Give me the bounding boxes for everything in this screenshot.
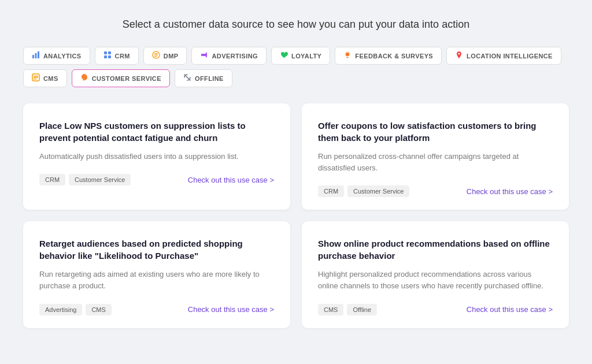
offline-icon bbox=[183, 73, 191, 83]
svg-line-18 bbox=[184, 75, 190, 80]
card-footer: CRMCustomer Service Check out this use c… bbox=[318, 185, 553, 197]
filter-btn-crm[interactable]: CRM bbox=[95, 47, 139, 65]
use-case-card-1: Place Low NPS customers on suppression l… bbox=[23, 103, 290, 210]
filter-btn-offline[interactable]: OFFLINE bbox=[175, 69, 232, 87]
page-title: Select a customer data source to see how… bbox=[23, 18, 569, 31]
svg-rect-5 bbox=[104, 55, 107, 58]
loyalty-icon bbox=[280, 51, 288, 61]
filter-label: CRM bbox=[115, 53, 130, 60]
card-title: Offer coupons to low satisfaction custom… bbox=[318, 120, 553, 144]
dmp-icon bbox=[152, 51, 160, 61]
filter-btn-cms[interactable]: CMS bbox=[23, 69, 67, 87]
svg-rect-6 bbox=[108, 55, 111, 58]
svg-rect-17 bbox=[34, 79, 36, 80]
svg-rect-15 bbox=[34, 76, 38, 77]
location-icon bbox=[455, 51, 463, 61]
card-description: Run retargeting ads aimed at existing us… bbox=[39, 269, 274, 292]
filter-btn-customer[interactable]: CUSTOMER SERVICE bbox=[72, 69, 170, 87]
filter-label: LOYALTY bbox=[291, 53, 321, 60]
filter-btn-analytics[interactable]: ANALYTICS bbox=[23, 47, 90, 65]
card-description: Run personalized cross-channel offer cam… bbox=[318, 151, 553, 174]
cms-icon bbox=[32, 73, 40, 83]
svg-rect-3 bbox=[104, 51, 107, 54]
card-cta-link[interactable]: Check out this use case > bbox=[467, 187, 553, 196]
filter-bar: ANALYTICSCRMDMPADVERTISINGLOYALTYFEEDBAC… bbox=[23, 47, 569, 87]
feedback-icon bbox=[343, 51, 352, 61]
filter-label: FEEDBACK & SURVEYS bbox=[355, 53, 433, 60]
card-description: Automatically push dissatisfied users in… bbox=[39, 151, 274, 162]
use-case-card-2: Offer coupons to low satisfaction custom… bbox=[302, 103, 569, 210]
filter-label: CMS bbox=[43, 75, 58, 82]
card-tag: Customer Service bbox=[69, 174, 131, 185]
filter-label: ANALYTICS bbox=[43, 53, 82, 60]
card-tag: CMS bbox=[318, 304, 343, 315]
analytics-icon bbox=[32, 51, 40, 61]
card-tags: AdvertisingCMS bbox=[39, 304, 112, 315]
card-tag: CRM bbox=[39, 174, 65, 185]
svg-rect-9 bbox=[154, 55, 158, 56]
card-tag: Offline bbox=[347, 304, 377, 315]
filter-btn-dmp[interactable]: DMP bbox=[143, 47, 187, 65]
card-tags: CRMCustomer Service bbox=[39, 174, 131, 185]
filter-btn-location[interactable]: LOCATION INTELLIGENCE bbox=[446, 47, 561, 65]
customer-icon bbox=[80, 73, 88, 83]
filter-label: LOCATION INTELLIGENCE bbox=[467, 53, 553, 60]
card-cta-link[interactable]: Check out this use case > bbox=[188, 176, 274, 184]
card-tag: CMS bbox=[86, 304, 111, 315]
svg-rect-0 bbox=[32, 55, 34, 58]
svg-rect-16 bbox=[34, 77, 38, 79]
svg-rect-4 bbox=[108, 51, 111, 54]
cards-grid: Place Low NPS customers on suppression l… bbox=[23, 103, 569, 328]
card-description: Highlight personalized product recommend… bbox=[318, 269, 553, 292]
filter-btn-feedback[interactable]: FEEDBACK & SURVEYS bbox=[335, 47, 442, 65]
card-tag: Advertising bbox=[39, 304, 82, 315]
filter-btn-loyalty[interactable]: LOYALTY bbox=[271, 47, 330, 65]
svg-point-12 bbox=[346, 53, 349, 56]
svg-rect-10 bbox=[154, 56, 157, 57]
use-case-card-4: Show online product recommendations base… bbox=[302, 221, 569, 328]
card-footer: CMSOffline Check out this use case > bbox=[318, 304, 553, 315]
svg-rect-1 bbox=[35, 53, 37, 58]
card-tag: Customer Service bbox=[347, 185, 409, 197]
card-footer: CRMCustomer Service Check out this use c… bbox=[39, 174, 274, 185]
svg-point-13 bbox=[458, 53, 460, 55]
card-title: Place Low NPS customers on suppression l… bbox=[39, 120, 274, 144]
card-cta-link[interactable]: Check out this use case > bbox=[467, 305, 553, 314]
card-tags: CMSOffline bbox=[318, 304, 377, 315]
card-title: Show online product recommendations base… bbox=[318, 237, 553, 262]
card-title: Retarget audiences based on predicted sh… bbox=[39, 237, 274, 262]
svg-rect-2 bbox=[38, 51, 39, 58]
card-footer: AdvertisingCMS Check out this use case > bbox=[39, 304, 274, 315]
filter-btn-advertising[interactable]: ADVERTISING bbox=[191, 47, 267, 65]
crm-icon bbox=[103, 51, 112, 61]
filter-label: DMP bbox=[164, 53, 179, 60]
advertising-icon bbox=[200, 51, 208, 61]
filter-label: OFFLINE bbox=[195, 75, 224, 82]
filter-label: CUSTOMER SERVICE bbox=[92, 75, 161, 82]
card-tag: CRM bbox=[318, 185, 344, 197]
card-cta-link[interactable]: Check out this use case > bbox=[188, 305, 274, 314]
filter-label: ADVERTISING bbox=[212, 53, 258, 60]
card-tags: CRMCustomer Service bbox=[318, 185, 409, 197]
svg-rect-8 bbox=[154, 53, 158, 54]
use-case-card-3: Retarget audiences based on predicted sh… bbox=[23, 221, 290, 328]
